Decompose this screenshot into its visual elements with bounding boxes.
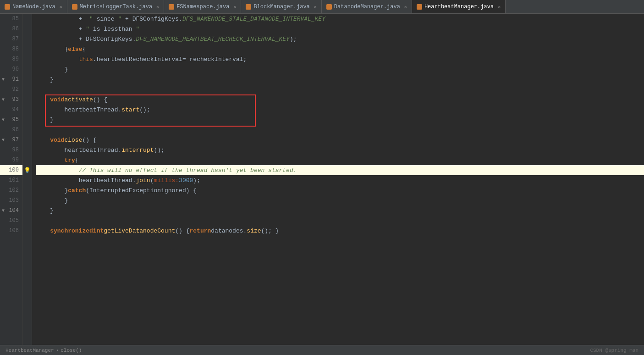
gutter-99 — [23, 155, 32, 165]
tab-fsnamespace[interactable]: FSNamespace.java ✕ — [164, 0, 241, 13]
tab-icon-heartbeatmanager — [417, 4, 422, 10]
tab-blockmanager[interactable]: BlockManager.java ✕ — [241, 0, 321, 13]
code-line-105 — [36, 216, 644, 226]
line-num-105: 105 — [0, 216, 22, 226]
tab-label-namenode: NameNode.java — [12, 4, 55, 10]
tab-label-heartbeatmanager: HeartbeatManager.java — [424, 4, 494, 10]
tab-heartbeatmanager[interactable]: HeartbeatManager.java ✕ — [412, 0, 506, 13]
line-num-101: 101 — [0, 175, 22, 185]
gutter-95 — [23, 115, 32, 125]
code-line-95: } — [36, 115, 644, 125]
editor-wrapper: 85 86 87 88 89 90 ▼91 92 ▼93 94 ▼95 96 ▼… — [0, 14, 644, 345]
breadcrumb: HeartbeatManager › close() — [6, 348, 82, 353]
line-num-94: 94 — [0, 105, 22, 115]
line-numbers: 85 86 87 88 89 90 ▼91 92 ▼93 94 ▼95 96 ▼… — [0, 14, 23, 345]
code-line-96 — [36, 125, 644, 135]
gutter-92 — [23, 84, 32, 94]
tab-bar: NameNode.java ✕ MetricsLoggerTask.java ✕… — [0, 0, 644, 14]
gutter-102 — [23, 185, 32, 195]
line-num-102: 102 — [0, 185, 22, 195]
tab-label-metricslogger: MetricsLoggerTask.java — [80, 4, 152, 10]
line-num-96: 96 — [0, 125, 22, 135]
tab-namenode[interactable]: NameNode.java ✕ — [0, 0, 67, 13]
gutter-94 — [23, 105, 32, 115]
tab-close-heartbeatmanager[interactable]: ✕ — [498, 4, 501, 10]
line-num-104: ▼104 — [0, 205, 22, 216]
code-line-85: + " since " + DFSConfigKeys.DFS_NAMENODE… — [36, 14, 644, 24]
code-line-100: // This will no effect if the thread has… — [36, 165, 644, 175]
code-content[interactable]: + " since " + DFSConfigKeys.DFS_NAMENODE… — [32, 14, 644, 345]
tab-icon-fsnamespace — [169, 4, 174, 10]
line-num-86: 86 — [0, 24, 22, 34]
code-line-101: heartbeatThread. join( millis: 3000); — [36, 175, 644, 185]
line-num-91: ▼91 — [0, 74, 22, 84]
gutter-106 — [23, 226, 32, 236]
code-line-97: void close() { — [36, 135, 644, 145]
tab-datanodemanager[interactable]: DatanodeManager.java ✕ — [322, 0, 412, 13]
tab-close-datanodemanager[interactable]: ✕ — [404, 4, 407, 10]
line-num-100: 100 — [0, 165, 22, 175]
line-num-88: 88 — [0, 44, 22, 54]
watermark: CSDN @spring man — [590, 348, 638, 353]
status-bar: HeartbeatManager › close() CSDN @spring … — [0, 345, 644, 355]
breadcrumb-sep: › — [56, 348, 59, 353]
gutter-87 — [23, 34, 32, 44]
tab-label-blockmanager: BlockManager.java — [253, 4, 309, 10]
gutter-105 — [23, 216, 32, 226]
breadcrumb-method: close() — [61, 348, 82, 353]
code-line-94: heartbeatThread. start(); — [36, 105, 644, 115]
code-line-102: } catch (InterruptedException ignored) { — [36, 185, 644, 195]
code-line-99: try { — [36, 155, 644, 165]
tab-label-datanodemanager: DatanodeManager.java — [334, 4, 400, 10]
line-num-92: 92 — [0, 84, 22, 94]
editor-container: 85 86 87 88 89 90 ▼91 92 ▼93 94 ▼95 96 ▼… — [0, 14, 644, 345]
gutter-98 — [23, 145, 32, 155]
gutter-86 — [23, 24, 32, 34]
gutter-97 — [23, 135, 32, 145]
tab-icon-datanodemanager — [326, 4, 332, 10]
code-line-86: + " is less than " — [36, 24, 644, 34]
gutter-100: 💡 — [23, 165, 32, 175]
line-num-97: ▼97 — [0, 135, 22, 145]
tab-label-fsnamespace: FSNamespace.java — [176, 4, 229, 10]
gutter: 💡 — [23, 14, 32, 345]
bulb-icon: 💡 — [24, 167, 31, 174]
line-num-93: ▼93 — [0, 94, 22, 105]
code-line-103: } — [36, 195, 644, 205]
code-line-104: } — [36, 205, 644, 216]
line-num-87: 87 — [0, 34, 22, 44]
gutter-91 — [23, 74, 32, 84]
tab-icon-metricslogger — [72, 4, 77, 10]
code-line-106: synchronized int getLiveDatanodeCount() … — [36, 226, 644, 236]
tab-icon-blockmanager — [246, 4, 251, 10]
line-num-98: 98 — [0, 145, 22, 155]
code-line-93: void activate() { — [36, 94, 644, 105]
line-num-89: 89 — [0, 54, 22, 64]
gutter-85 — [23, 14, 32, 24]
line-num-85: 85 — [0, 14, 22, 24]
code-line-89: this. heartbeatRecheckInterval = recheck… — [36, 54, 644, 64]
line-num-106: 106 — [0, 226, 22, 236]
code-line-88: } else { — [36, 44, 644, 54]
gutter-104 — [23, 205, 32, 216]
line-num-90: 90 — [0, 64, 22, 74]
code-line-92 — [36, 84, 644, 94]
code-line-87: + DFSConfigKeys.DFS_NAMENODE_HEARTBEAT_R… — [36, 34, 644, 44]
breadcrumb-class: HeartbeatManager — [6, 348, 54, 353]
tab-icon-namenode — [5, 4, 10, 10]
gutter-101 — [23, 175, 32, 185]
gutter-93 — [23, 94, 32, 105]
code-line-98: heartbeatThread. interrupt(); — [36, 145, 644, 155]
gutter-103 — [23, 195, 32, 205]
tab-close-fsnamespace[interactable]: ✕ — [233, 4, 236, 10]
tab-close-blockmanager[interactable]: ✕ — [314, 4, 317, 10]
line-num-99: 99 — [0, 155, 22, 165]
tab-close-metricslogger[interactable]: ✕ — [156, 4, 159, 10]
line-num-95: ▼95 — [0, 115, 22, 125]
gutter-89 — [23, 54, 32, 64]
code-line-90: } — [36, 64, 644, 74]
line-num-103: 103 — [0, 195, 22, 205]
tab-metricslogger[interactable]: MetricsLoggerTask.java ✕ — [67, 0, 164, 13]
gutter-96 — [23, 125, 32, 135]
tab-close-namenode[interactable]: ✕ — [60, 4, 62, 10]
